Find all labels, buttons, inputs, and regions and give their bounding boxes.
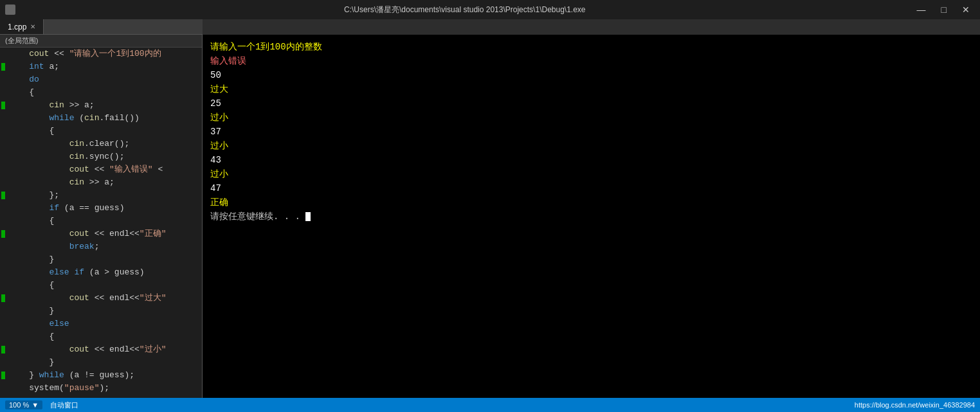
code-line-8: cin.clear(); [9,138,199,150]
indicator-20 [0,292,6,305]
indicator-8 [0,138,6,150]
code-line-27: system("pause"); [9,382,199,395]
breakpoint-indicator [1,192,5,199]
code-line-18: else if (a > guess) [9,266,199,279]
code-line-24: cout << endl<<"过小" [9,343,199,356]
title-bar-title: C:\Users\潘星亮\documents\visual studio 201… [18,4,912,15]
indicator-7 [0,125,6,138]
code-line-23: { [9,330,199,343]
close-button[interactable]: ✕ [957,3,975,16]
code-line-14: { [9,215,199,228]
tab-label: 1.cpp [8,22,26,31]
console-line-1: 请输入一个1到100内的整数 [210,40,972,54]
breakpoint-indicator [1,63,5,71]
app-icon [5,4,15,15]
indicator-25 [0,356,6,369]
code-line-2: int a; [9,60,199,73]
indicator-1 [0,48,6,60]
indicator-5 [0,99,6,112]
code-line-15: cout << endl<<"正确" [9,228,199,240]
cursor [305,212,311,221]
zoom-control[interactable]: 100 % ▼ [5,400,42,409]
code-line-26: } while (a != guess); [9,369,199,382]
breakpoint-indicator [1,346,5,354]
code-content[interactable]: cout << "请输入一个1到100内的 int a; do { cin >>… [0,48,202,398]
code-line-1: cout << "请输入一个1到100内的 [9,48,199,60]
indicator-6 [0,112,6,125]
indicator-17 [0,253,6,266]
breakpoint-indicator [1,294,5,302]
code-line-19: { [9,279,199,292]
indicator-19 [0,279,6,292]
status-window-name: 自动窗口 [50,400,78,410]
indicator-24 [0,343,6,356]
indicator-13 [0,202,6,215]
code-line-11: cin >> a; [9,176,199,189]
code-line-25: } [9,356,199,369]
console-line-6: 过小 [210,111,972,125]
code-line-13: if (a == guess) [9,202,199,215]
console-line-13: 请按任意键继续. . . [210,210,972,224]
console-line-12: 正确 [210,195,972,210]
status-watermark: https://blog.csdn.net/weixin_46382984 [855,401,975,409]
code-line-3: do [9,73,199,86]
main-layout: (全局范围) [0,35,980,398]
indicator-15 [0,228,6,240]
code-editor[interactable]: cout << "请输入一个1到100内的 int a; do { cin >>… [6,48,202,398]
breakpoint-indicator [1,372,5,379]
code-panel: (全局范围) [0,35,203,398]
indicator-3 [0,73,6,86]
code-line-9: cin.sync(); [9,150,199,163]
tab-close-icon[interactable]: ✕ [30,23,35,30]
code-line-17: } [9,253,199,266]
tab-bar: 1.cpp ✕ [0,19,203,35]
title-bar-left [5,4,18,15]
indicator-22 [0,318,6,330]
indicator-18 [0,266,6,279]
line-indicators [0,48,6,398]
scope-bar: (全局范围) [0,35,202,48]
console-line-8: 过小 [210,139,972,153]
console-line-3: 50 [210,68,972,82]
indicator-2 [0,60,6,73]
console-panel[interactable]: 请输入一个1到100内的整数 输入错误 50 过大 25 过小 37 过小 43… [203,35,980,398]
indicator-14 [0,215,6,228]
indicator-9 [0,150,6,163]
code-line-4: { [9,86,199,99]
zoom-dropdown-icon[interactable]: ▼ [32,401,39,409]
maximize-button[interactable]: □ [936,3,952,16]
indicator-23 [0,330,6,343]
console-line-4: 过大 [210,82,972,96]
code-line-12: }; [9,189,199,202]
status-left: 100 % ▼ 自动窗口 [5,400,78,410]
indicator-12 [0,189,6,202]
indicator-26 [0,369,6,382]
code-line-7: { [9,125,199,138]
indicator-10 [0,163,6,176]
code-line-6: while (cin.fail()) [9,112,199,125]
indicator-4 [0,86,6,99]
console-line-7: 37 [210,125,972,139]
indicator-11 [0,176,6,189]
console-line-11: 47 [210,181,972,195]
code-line-22: else [9,318,199,330]
tab-1cpp[interactable]: 1.cpp ✕ [0,19,44,34]
console-line-9: 43 [210,153,972,167]
scope-label: (全局范围) [5,36,38,46]
console-line-10: 过小 [210,167,972,181]
breakpoint-indicator [1,230,5,238]
code-line-20: cout << endl<<"过大" [9,292,199,305]
breakpoint-indicator [1,102,5,109]
code-line-21: } [9,305,199,318]
indicator-16 [0,240,6,253]
code-line-16: break; [9,240,199,253]
status-bar: 100 % ▼ 自动窗口 https://blog.csdn.net/weixi… [0,398,980,412]
code-line-5: cin >> a; [9,99,199,112]
console-line-5: 25 [210,96,972,111]
minimize-button[interactable]: — [912,3,931,16]
title-bar-controls: — □ ✕ [912,3,975,16]
title-bar: C:\Users\潘星亮\documents\visual studio 201… [0,0,980,19]
indicator-27 [0,382,6,395]
indicator-21 [0,305,6,318]
code-line-10: cout << "输入错误" < [9,163,199,176]
